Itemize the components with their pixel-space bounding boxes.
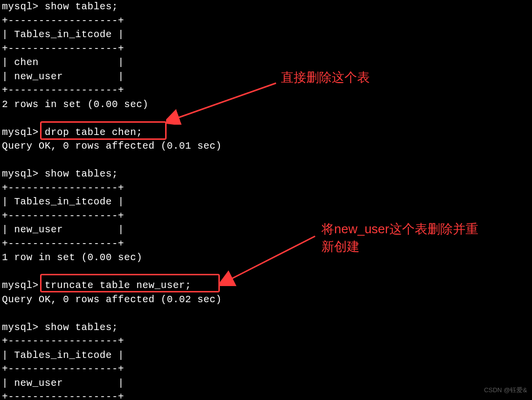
terminal-line: | Tables_in_itcode | — [2, 349, 530, 363]
watermark-text: CSDN @钰爱& — [484, 383, 527, 398]
annotation-text: 直接删除这个表 — [281, 70, 370, 85]
terminal-line: +------------------+ — [2, 181, 530, 196]
terminal-line: +------------------+ — [2, 84, 530, 98]
terminal-line: +------------------+ — [2, 334, 530, 349]
terminal-line — [2, 111, 530, 126]
annotation-truncate-table: 将new_user这个表删除并重 新创建 — [321, 220, 478, 255]
terminal-line: | Tables_in_itcode | — [2, 195, 530, 209]
terminal-output: mysql> show tables;+------------------+|… — [0, 0, 532, 400]
terminal-line: mysql> show tables; — [2, 0, 530, 14]
terminal-line — [2, 307, 530, 321]
terminal-line: mysql> show tables; — [2, 167, 530, 181]
terminal-line: mysql> show tables; — [2, 321, 530, 335]
annotation-text-line1: 将new_user这个表删除并重 — [321, 220, 478, 238]
terminal-line: | Tables_in_itcode | — [2, 28, 530, 42]
terminal-line — [2, 265, 530, 279]
terminal-line: 2 rows in set (0.00 sec) — [2, 98, 530, 112]
terminal-line: Query OK, 0 rows affected (0.02 sec) — [2, 293, 530, 307]
terminal-line: | new_user | — [2, 377, 530, 391]
terminal-line — [2, 154, 530, 168]
terminal-line: | new_user | — [2, 70, 530, 84]
annotation-text-line2: 新创建 — [321, 238, 478, 255]
annotation-drop-table: 直接删除这个表 — [281, 68, 370, 86]
terminal-line: mysql> truncate table new_user; — [2, 279, 530, 293]
terminal-line: Query OK, 0 rows affected (0.01 sec) — [2, 139, 530, 154]
terminal-line: | chen | — [2, 56, 530, 70]
terminal-line: +------------------+ — [2, 14, 530, 28]
terminal-line: +------------------+ — [2, 42, 530, 56]
terminal-line: +------------------+ — [2, 390, 530, 400]
terminal-line: +------------------+ — [2, 362, 530, 377]
terminal-line: mysql> drop table chen; — [2, 126, 530, 140]
